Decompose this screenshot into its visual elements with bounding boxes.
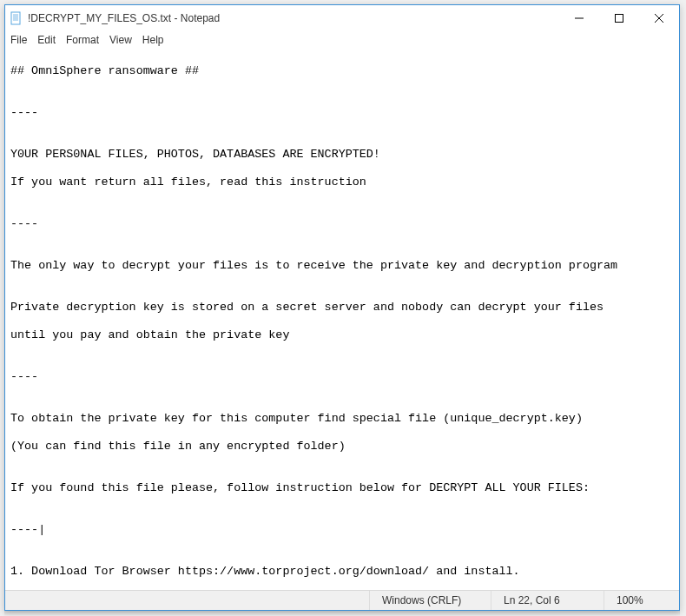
menu-file[interactable]: File: [9, 34, 29, 46]
text-line: Private decryption key is stored on a se…: [10, 301, 674, 315]
minimize-button[interactable]: [559, 5, 599, 31]
text-line: ----: [10, 217, 674, 231]
close-button[interactable]: [639, 5, 679, 31]
shadow: [4, 611, 680, 616]
svg-rect-6: [616, 15, 623, 23]
text-editor[interactable]: ## OmniSphere ransomware ## ---- Y0UR PE…: [5, 49, 679, 590]
text-line: ## OmniSphere ransomware ##: [10, 64, 674, 78]
text-line: 1. Download Tor Browser https://www.torp…: [10, 565, 674, 579]
menubar: File Edit Format View Help: [5, 31, 679, 49]
statusbar: Windows (CRLF) Ln 22, Col 6 100%: [5, 590, 679, 610]
text-line: If you found this file please, follow in…: [10, 481, 674, 495]
maximize-button[interactable]: [599, 5, 639, 31]
text-line: until you pay and obtain the private key: [10, 328, 674, 342]
text-line: ----: [10, 523, 674, 537]
text-line: To obtain the private key for this compu…: [10, 412, 674, 426]
window-controls: [559, 5, 679, 31]
text-line: The only way to decrypt your files is to…: [10, 259, 674, 273]
text-line: ----: [10, 370, 674, 384]
status-zoom: 100%: [604, 591, 664, 610]
menu-help[interactable]: Help: [141, 34, 166, 46]
window-title: !DECRYPT_MY_FILES_OS.txt - Notepad: [28, 12, 220, 24]
menu-format[interactable]: Format: [64, 34, 101, 46]
titlebar[interactable]: !DECRYPT_MY_FILES_OS.txt - Notepad: [5, 5, 679, 31]
status-position: Ln 22, Col 6: [491, 591, 604, 610]
text-line: Y0UR PERS0NAL FILES, PHOTOS, DATABASES A…: [10, 148, 674, 162]
notepad-window: !DECRYPT_MY_FILES_OS.txt - Notepad File …: [4, 4, 680, 611]
text-line: (You can find this file in any encrypted…: [10, 440, 674, 454]
notepad-icon: [10, 11, 23, 25]
menu-view[interactable]: View: [108, 34, 134, 46]
text-line: If you want return all files, read this …: [10, 176, 674, 189]
menu-edit[interactable]: Edit: [36, 34, 57, 46]
text-line: ----: [10, 106, 674, 120]
status-encoding: Windows (CRLF): [369, 591, 491, 610]
